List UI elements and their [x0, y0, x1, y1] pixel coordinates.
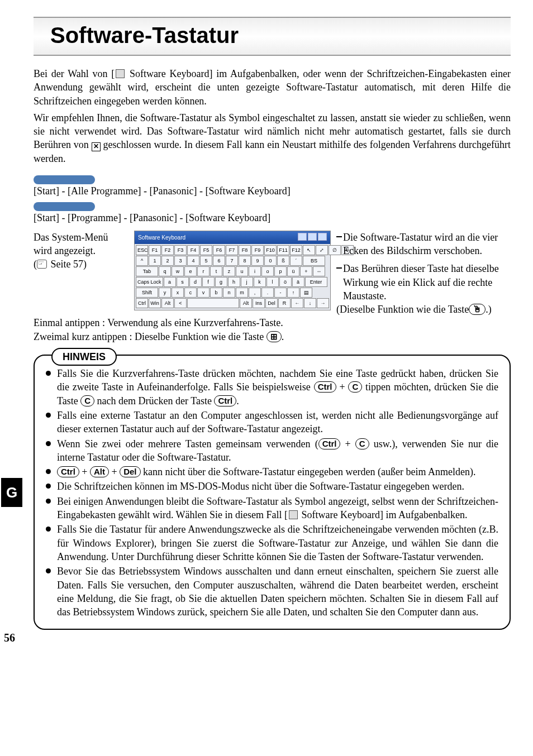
kb-key: g [215, 277, 227, 287]
text: geschlossen wurde. In diesem Fall kann e… [34, 139, 511, 164]
kb-key: - [274, 288, 287, 298]
page-title: Software-Tastatur [50, 20, 511, 50]
kb-key: ↖ [303, 245, 315, 255]
t: Seite 57) [48, 259, 87, 270]
kb-key: F9 [251, 245, 264, 255]
kb-key: h [228, 277, 240, 287]
kb-key: b [210, 288, 222, 298]
key-c: C [355, 438, 369, 449]
kb-key: ä [292, 277, 304, 287]
kb-key: w [172, 266, 184, 276]
t: . [236, 395, 239, 406]
intro-paragraph-2: Wir empfehlen Ihnen, die Software-Tastat… [34, 111, 511, 165]
close-icon: ✕ [92, 142, 101, 151]
kb-key: y [159, 288, 171, 298]
kb-key: F2 [161, 245, 174, 255]
kb-key: F6 [213, 245, 225, 255]
kb-key: F1 [149, 245, 161, 255]
kb-key: Del [265, 298, 278, 308]
kb-key [187, 298, 239, 308]
key-ctrl: Ctrl [318, 438, 341, 449]
mouse-glyph: 🖱 [473, 304, 482, 314]
menu-path-2: [Start] - [Programme] - [Panasonic] - [S… [34, 211, 511, 224]
note-item-4: Ctrl + Alt + Del kann nicht über die Sof… [46, 465, 498, 479]
left-callout: Das System-Menü wird angezeigt. ( Seite … [34, 231, 129, 317]
kb-key: ↔ [313, 266, 325, 276]
kb-key: 1 [149, 256, 161, 266]
kb-key: ⤢ [316, 245, 328, 255]
note-item-3: Wenn Sie zwei oder mehrere Tasten gemein… [46, 437, 498, 465]
kb-keys: ESCF1F2F3F4F5F6F7F8F9F10F11F12↖⤢∅↻ ^1234… [135, 244, 330, 310]
kb-key: 8 [239, 256, 251, 266]
kb-key: ← [291, 298, 303, 308]
kb-key: Caps Lock [136, 277, 163, 287]
kb-key: u [236, 266, 248, 276]
t: . [282, 331, 284, 342]
keyboard-taskbar-icon [116, 69, 125, 78]
kb-key: d [189, 277, 202, 287]
note-item-6: Bei einigen Anwendungen bleibt die Softw… [46, 495, 498, 522]
note-item-5: Die Schriftzeichen können im MS-DOS-Modu… [46, 480, 498, 493]
kb-key: 3 [174, 256, 187, 266]
kb-key: r [197, 266, 210, 276]
kb-key: F5 [200, 245, 212, 255]
kb-key: ^ [136, 256, 148, 266]
note-item-7: Falls Sie die Tastatur für andere Anwend… [46, 523, 498, 563]
kb-key: a [164, 277, 176, 287]
kb-key: ↑ [287, 288, 299, 298]
menu-path-1: [Start] - [Alle Programme] - [Panasonic]… [34, 184, 511, 198]
kb-key: t [210, 266, 222, 276]
kb-key: BS [303, 256, 325, 266]
kb-key: 0 [264, 256, 277, 266]
intro-paragraph-1: Bei der Wahl von [ Software Keyboard] im… [34, 67, 511, 108]
kb-key: Alt [240, 298, 252, 308]
t: (Dieselbe Funktion wie die Taste [336, 304, 469, 315]
mouse-key-icon: 🖱 [469, 304, 486, 315]
kb-key: , [249, 288, 261, 298]
right-note-1: Die Software-Tastatur wird an die vier E… [336, 231, 511, 258]
win-glyph: ⊞ [270, 332, 278, 342]
note-item-1: Falls Sie die Kurzverfahrens-Taste drück… [46, 367, 498, 408]
os-badge-1 [34, 175, 95, 184]
kb-key: 7 [226, 256, 238, 266]
t: + [340, 438, 355, 449]
key-c: C [348, 381, 362, 393]
kb-key: 9 [251, 256, 264, 266]
kb-key: Shift [136, 288, 158, 298]
kb-key: Ctrl [136, 298, 148, 308]
os-badge-2 [34, 202, 95, 211]
key-c: C [80, 395, 94, 406]
kb-key: 6 [213, 256, 225, 266]
section-tab: G [1, 478, 22, 507]
kb-key: p [274, 266, 287, 276]
hinweis-box: HINWEIS G 56 Falls Sie die Kurzverfahren… [34, 355, 511, 630]
t: nach dem Drücken der Taste [94, 395, 214, 406]
kb-key: l [266, 277, 279, 287]
kb-key: R [278, 298, 291, 308]
kb-key: Tab [136, 266, 158, 276]
t: + [109, 466, 120, 477]
text: Bei der Wahl von [ [34, 68, 115, 79]
kb-key: n [223, 288, 235, 298]
kb-key: s [177, 277, 189, 287]
keyboard-taskbar-icon [289, 510, 298, 519]
key-ctrl: Ctrl [314, 381, 336, 393]
tap-twice-note: Zweimal kurz antippen : Dieselbe Funktio… [34, 330, 511, 343]
kb-window-title: Software Keyboard [138, 234, 185, 242]
right-note-2: Das Berühren dieser Taste hat dieselbe W… [336, 262, 511, 303]
tap-once-note: Einmal antippen : Verwendung als eine Ku… [34, 316, 511, 329]
t: Wenn Sie zwei oder mehrere Tasten gemein… [57, 438, 318, 449]
key-ctrl: Ctrl [214, 395, 236, 406]
kb-key: e [184, 266, 197, 276]
t: + [79, 466, 90, 477]
kb-key: k [254, 277, 266, 287]
kb-key: ß [277, 256, 289, 266]
windows-key-icon: ⊞ [266, 331, 282, 342]
kb-key: o [261, 266, 274, 276]
kb-key: F3 [174, 245, 187, 255]
kb-key: j [241, 277, 253, 287]
kb-key: → [317, 298, 329, 308]
reference-icon [37, 260, 47, 269]
kb-key: Enter [305, 277, 327, 287]
title-band: Software-Tastatur [34, 17, 511, 56]
